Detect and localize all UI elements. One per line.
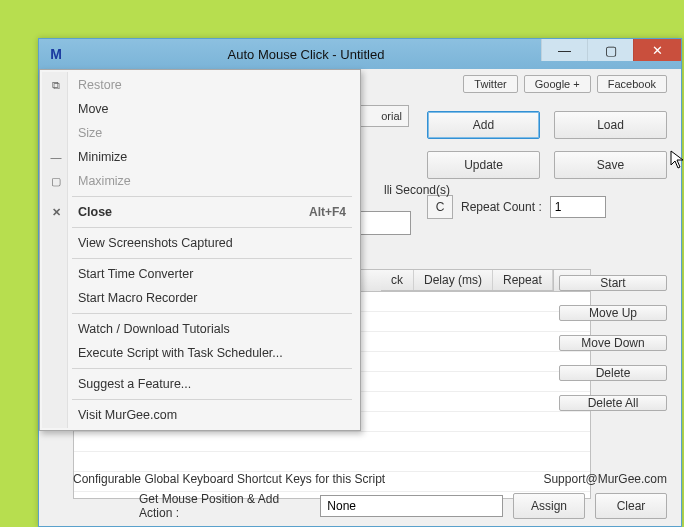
side-buttons: Start Move Up Move Down Delete Delete Al… (559, 275, 667, 411)
twitter-button[interactable]: Twitter (463, 75, 517, 93)
app-window: M Auto Mouse Click - Untitled — ▢ ✕ Twit… (38, 38, 682, 527)
getpos-label: Get Mouse Position & Add Action : (139, 492, 310, 520)
minimize-icon: — (48, 151, 64, 163)
deleteall-button[interactable]: Delete All (559, 395, 667, 411)
add-button[interactable]: Add (427, 111, 540, 139)
menu-start-time-converter[interactable]: Start Time Converter (42, 262, 358, 286)
col-repeat: Repeat (493, 270, 553, 290)
minimize-button[interactable]: — (541, 39, 587, 61)
menu-maximize: ▢ Maximize (42, 169, 358, 193)
start-button[interactable]: Start (559, 275, 667, 291)
update-button[interactable]: Update (427, 151, 540, 179)
moveup-button[interactable]: Move Up (559, 305, 667, 321)
milliseconds-label-fragment: lli Second(s) (384, 183, 450, 197)
app-icon[interactable]: M (47, 45, 65, 63)
menu-size: Size (42, 121, 358, 145)
col-ck: ck (381, 270, 414, 290)
menu-minimize[interactable]: — Minimize (42, 145, 358, 169)
titlebar[interactable]: M Auto Mouse Click - Untitled — ▢ ✕ (39, 39, 681, 69)
menu-restore: ⧉ Restore (42, 73, 358, 97)
close-icon: ✕ (48, 206, 64, 219)
menu-execute-scheduler[interactable]: Execute Script with Task Scheduler... (42, 341, 358, 365)
top-links: Twitter Google + Facebook (463, 75, 667, 93)
grid-header-fragment: ck Delay (ms) Repeat (381, 269, 554, 291)
comment-input-fragment[interactable] (359, 211, 411, 235)
close-button[interactable]: ✕ (633, 39, 681, 61)
clear-button[interactable]: Clear (595, 493, 667, 519)
table-row (74, 432, 590, 452)
googleplus-button[interactable]: Google + (524, 75, 591, 93)
menu-close[interactable]: ✕ Close Alt+F4 (42, 200, 358, 224)
load-button[interactable]: Load (554, 111, 667, 139)
config-label: Configurable Global Keyboard Shortcut Ke… (73, 472, 385, 486)
maximize-button[interactable]: ▢ (587, 39, 633, 61)
support-link[interactable]: Support@MurGee.com (543, 472, 667, 486)
restore-icon: ⧉ (48, 79, 64, 92)
shortcut-input[interactable] (320, 495, 503, 517)
col-delay: Delay (ms) (414, 270, 493, 290)
delete-button[interactable]: Delete (559, 365, 667, 381)
menu-start-macro-recorder[interactable]: Start Macro Recorder (42, 286, 358, 310)
menu-visit-murgee[interactable]: Visit MurGee.com (42, 403, 358, 427)
tutorial-button-fragment[interactable]: orial (359, 105, 409, 127)
assign-button[interactable]: Assign (513, 493, 585, 519)
c-button[interactable]: C (427, 195, 453, 219)
maximize-icon: ▢ (48, 175, 64, 188)
window-title: Auto Mouse Click - Untitled (71, 47, 541, 62)
footer: Configurable Global Keyboard Shortcut Ke… (73, 472, 667, 520)
menu-move[interactable]: Move (42, 97, 358, 121)
menu-watch-tutorials[interactable]: Watch / Download Tutorials (42, 317, 358, 341)
window-controls: — ▢ ✕ (541, 39, 681, 69)
save-button[interactable]: Save (554, 151, 667, 179)
menu-view-screenshots[interactable]: View Screenshots Captured (42, 231, 358, 255)
menu-suggest-feature[interactable]: Suggest a Feature... (42, 372, 358, 396)
right-button-column: Add Load Update Save C Repeat Count : (427, 111, 667, 219)
system-menu: ⧉ Restore Move Size — Minimize ▢ Maximiz… (39, 69, 361, 431)
movedown-button[interactable]: Move Down (559, 335, 667, 351)
repeat-count-input[interactable] (550, 196, 606, 218)
repeat-row: C Repeat Count : (427, 195, 667, 219)
repeat-count-label: Repeat Count : (461, 200, 542, 214)
close-accelerator: Alt+F4 (309, 205, 346, 219)
facebook-button[interactable]: Facebook (597, 75, 667, 93)
table-row (74, 452, 590, 472)
